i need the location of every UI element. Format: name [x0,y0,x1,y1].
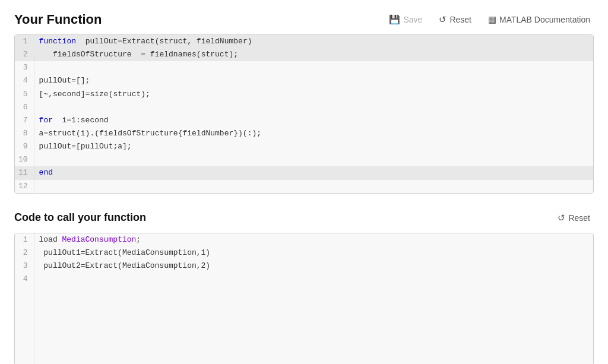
line-code [34,61,593,74]
empty-line-code [34,338,593,352]
save-label: Save [403,15,422,24]
line-code [34,153,593,166]
line-code: fieldsOfStructure = fieldnames(struct); [34,48,593,61]
docs-icon: ▦ [488,14,496,25]
line-number: 8 [15,127,34,140]
line-code: pullOut2=Extract(MediaConsumption,2) [34,259,593,273]
line-number: 3 [15,259,34,273]
line-number: 4 [15,273,34,286]
line-number: 1 [15,35,34,48]
table-row: 9 pullOut=[pullOut;a]; [15,140,593,153]
table-row: 3 pullOut2=Extract(MediaConsumption,2) [15,259,593,273]
table-row: 2 pullOut1=Extract(MediaConsumption,1) [15,246,593,259]
line-code [34,101,593,114]
line-number: 6 [15,101,34,114]
line-number: 2 [15,246,34,259]
table-row: 5 [~,second]=size(struct); [15,88,593,101]
call-reset-label: Reset [568,213,590,223]
empty-line-code [34,352,593,364]
line-number: 3 [15,61,34,74]
table-row: 4 pullOut=[]; [15,74,593,87]
empty-line-num [15,338,34,352]
line-number: 9 [15,140,34,153]
table-row: 10 [15,153,593,166]
line-number: 11 [15,166,34,179]
reset-button[interactable]: ↺ Reset [435,12,475,27]
line-number: 12 [15,180,34,193]
empty-line-num [15,312,34,325]
line-number: 7 [15,114,34,127]
table-row: 1 load MediaConsumption; [15,233,593,246]
line-code: load MediaConsumption; [34,233,593,246]
page-title: Your Function [14,12,102,27]
line-number: 2 [15,48,34,61]
save-button[interactable]: 💾 Save [385,12,426,27]
reset-icon: ↺ [439,14,446,25]
function-code-editor[interactable]: 1 function pullOut=Extract(struct, field… [14,34,594,194]
empty-line-num [15,299,34,312]
line-code: pullOut=[]; [34,74,593,87]
matlab-label: MATLAB Documentation [499,15,590,24]
line-code: [~,second]=size(struct); [34,88,593,101]
reset-label: Reset [449,15,471,24]
page: Your Function 💾 Save ↺ Reset ▦ MATLAB Do… [0,0,608,364]
call-code-table: 1 load MediaConsumption; 2 pullOut1=Extr… [15,233,593,286]
line-code: end [34,166,593,179]
call-code-padding [15,286,593,364]
table-row: 4 [15,273,593,286]
line-code: a=struct(i).(fieldsOfStructure{fieldNumb… [34,127,593,140]
empty-line-num [15,325,34,338]
table-row: 12 [15,180,593,193]
empty-line-code [34,299,593,312]
empty-line-code [34,312,593,325]
line-code [34,180,593,193]
function-section-header: Your Function 💾 Save ↺ Reset ▦ MATLAB Do… [14,12,594,27]
empty-line-num [15,286,34,299]
line-number: 1 [15,233,34,246]
empty-line-num [15,352,34,364]
table-row: 6 [15,101,593,114]
line-code: function pullOut=Extract(struct, fieldNu… [34,35,593,48]
line-number: 4 [15,74,34,87]
call-section-title: Code to call your function [14,211,146,224]
line-code: for i=1:second [34,114,593,127]
call-reset-button[interactable]: ↺ Reset [554,210,594,226]
call-reset-icon: ↺ [558,213,565,223]
line-code: pullOut=[pullOut;a]; [34,140,593,153]
table-row: 1 function pullOut=Extract(struct, field… [15,35,593,48]
line-number: 5 [15,88,34,101]
empty-line-code [34,286,593,299]
call-section-header: Code to call your function ↺ Reset [14,210,594,226]
line-code: pullOut1=Extract(MediaConsumption,1) [34,246,593,259]
matlab-docs-button[interactable]: ▦ MATLAB Documentation [484,12,594,27]
save-icon: 💾 [389,14,400,25]
header-actions: 💾 Save ↺ Reset ▦ MATLAB Documentation [385,12,594,27]
empty-line-code [34,325,593,338]
table-row: 8 a=struct(i).(fieldsOfStructure{fieldNu… [15,127,593,140]
function-code-table: 1 function pullOut=Extract(struct, field… [15,35,593,193]
line-code [34,273,593,286]
table-row: 11 end [15,166,593,179]
table-row: 2 fieldsOfStructure = fieldnames(struct)… [15,48,593,61]
table-row: 3 [15,61,593,74]
line-number: 10 [15,153,34,166]
table-row: 7 for i=1:second [15,114,593,127]
call-code-editor[interactable]: 1 load MediaConsumption; 2 pullOut1=Extr… [14,233,594,364]
